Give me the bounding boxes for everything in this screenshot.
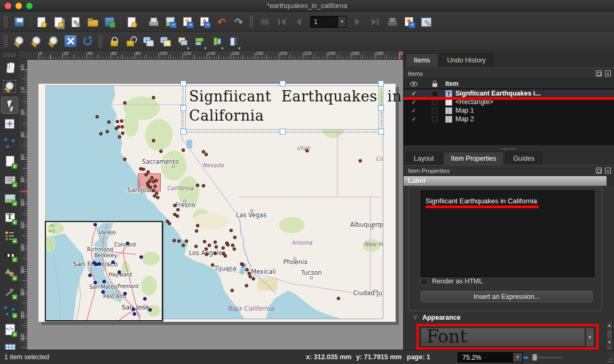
tab-undo-history[interactable]: Undo History [439, 53, 494, 67]
map2-inset-item[interactable]: neoryVallejoConcordRichmondBerkeleySan F… [45, 221, 163, 321]
close-panel-icon[interactable] [605, 168, 611, 173]
zoom-level-combo[interactable]: 75.2% ▼ [458, 352, 523, 362]
lock-checkbox[interactable] [424, 116, 445, 122]
raise-items-button[interactable]: ▼ [174, 33, 190, 49]
scroll-down-icon[interactable]: ▼ [607, 338, 612, 346]
add-page-tool[interactable]: + [1, 153, 18, 170]
visibility-checkbox[interactable]: ✓ [404, 90, 424, 97]
toolbar-grip[interactable] [98, 35, 103, 48]
export-pdf-button[interactable] [196, 14, 212, 30]
save-project-button[interactable] [11, 14, 27, 30]
visibility-checkbox[interactable]: ✓ [404, 107, 424, 114]
tab-guides[interactable]: Guides [505, 152, 542, 165]
horizontal-ruler[interactable]: 0204060801001201401601802002202402602803… [27, 51, 403, 60]
resize-handle-e[interactable] [378, 105, 384, 111]
add-scalebar-tool[interactable]: + [1, 246, 18, 263]
export-image-button[interactable] [162, 14, 178, 30]
lock-items-button[interactable] [106, 33, 122, 49]
edit-nodes-tool[interactable] [1, 134, 18, 151]
chevron-down-icon[interactable]: ▼ [513, 353, 522, 362]
print-layout-button[interactable] [145, 14, 161, 30]
add-arrow-tool[interactable]: + [1, 283, 18, 300]
vertical-scrollbar[interactable]: ▲ ▼ [606, 321, 613, 347]
tab-item-properties[interactable]: Item Properties [443, 152, 505, 165]
insert-expression-button[interactable]: Insert an Expression... [421, 291, 593, 302]
title-label-item[interactable]: Signfiicant Earthquakes in California [185, 85, 379, 130]
zoom-tool[interactable] [1, 78, 18, 95]
float-panel-icon[interactable] [596, 70, 602, 76]
resize-handle-s[interactable] [280, 129, 286, 134]
redo-button[interactable]: ↷ [231, 14, 247, 30]
zoom-slider-handle[interactable] [532, 354, 537, 361]
atlas-page-combo[interactable]: 1▼ [310, 16, 347, 28]
tab-layout[interactable]: Layout [406, 152, 442, 165]
float-panel-icon[interactable] [596, 168, 602, 173]
previous-feature-button[interactable] [291, 14, 307, 30]
zoom-slider[interactable] [531, 357, 562, 358]
last-feature-button[interactable] [367, 14, 383, 30]
add-node-item-tool[interactable]: + [1, 302, 18, 319]
add-label-tool[interactable]: T+ [1, 209, 18, 226]
export-svg-button[interactable] [179, 14, 195, 30]
visibility-checkbox[interactable]: ✓ [404, 116, 424, 123]
pan-tool[interactable] [1, 59, 18, 76]
add-picture-tool[interactable]: + [1, 190, 18, 207]
resize-items-button[interactable]: ▼ [225, 33, 241, 49]
items-tree-row[interactable]: ✓Map 2 [404, 115, 614, 123]
panel-splitter[interactable]: •••••• [404, 146, 614, 151]
resize-handle-n[interactable] [280, 81, 286, 86]
zoom-full-button[interactable] [62, 33, 78, 49]
first-feature-button[interactable] [274, 14, 290, 30]
layout-manager-button[interactable] [67, 14, 83, 30]
vertical-ruler[interactable]: -20020406080100120140160180200220 [19, 60, 27, 350]
add-shape-tool[interactable]: + [1, 265, 18, 282]
label-text-area[interactable]: Signfiicant Earthquakes in California [421, 191, 594, 277]
render-html-checkbox[interactable] [421, 278, 428, 285]
add-html-tool[interactable]: </>+ [1, 321, 18, 338]
new-report-button[interactable] [123, 14, 139, 30]
lock-checkbox[interactable] [424, 91, 445, 97]
add-legend-tool[interactable]: + [1, 227, 18, 244]
zoom-out-button[interactable]: − [28, 33, 44, 49]
move-item-content-tool[interactable] [1, 115, 18, 132]
layout-canvas[interactable]: CaliforniaNevadaUtahArizonaNew MCoBaja C… [27, 60, 403, 350]
undo-button[interactable]: ↶ [214, 14, 230, 30]
toolbar-grip[interactable] [249, 15, 254, 28]
print-atlas-button[interactable] [384, 14, 400, 30]
zoom-actual-button[interactable]: 1:1 [45, 33, 61, 49]
items-tree-row[interactable]: ✓TSignfiicant Earthquakes i... [404, 89, 614, 98]
export-atlas-button[interactable] [401, 14, 417, 30]
preview-atlas-button[interactable] [257, 14, 273, 30]
add-items-from-template-button[interactable] [84, 14, 100, 30]
next-feature-button[interactable] [350, 14, 366, 30]
add-map-tool[interactable]: + [1, 171, 18, 188]
group-items-button[interactable] [140, 33, 156, 49]
resize-handle-sw[interactable] [180, 129, 186, 134]
distribute-items-button[interactable]: ▼ [208, 33, 224, 49]
resize-handle-se[interactable] [378, 129, 384, 134]
close-panel-icon[interactable] [605, 70, 611, 76]
atlas-settings-button[interactable] [418, 14, 434, 30]
appearance-section[interactable]: ▽ Appearance [413, 314, 460, 321]
new-layout-button[interactable] [33, 14, 49, 30]
lock-checkbox[interactable] [424, 99, 445, 105]
window-resize-grip[interactable] [605, 355, 613, 363]
toolbar-grip[interactable] [4, 35, 9, 48]
resize-handle-ne[interactable] [378, 81, 384, 86]
chevron-down-icon[interactable]: ▼ [337, 17, 346, 27]
refresh-view-button[interactable] [80, 33, 96, 49]
scroll-up-icon[interactable]: ▲ [607, 321, 612, 329]
save-as-template-button[interactable] [101, 14, 117, 30]
resize-handle-w[interactable] [180, 105, 186, 111]
select-move-tool[interactable] [1, 97, 18, 114]
duplicate-layout-button[interactable] [50, 14, 66, 30]
unlock-items-button[interactable] [123, 33, 139, 49]
resize-handle-nw[interactable] [180, 81, 186, 86]
align-items-button[interactable]: ▼ [191, 33, 207, 49]
items-tree-row[interactable]: ✓Map 1 [404, 106, 614, 115]
lock-checkbox[interactable] [424, 108, 445, 114]
zoom-in-button[interactable]: + [11, 33, 27, 49]
toolbar-grip[interactable] [4, 15, 9, 28]
toolbar-grip[interactable] [3, 53, 16, 58]
tab-items[interactable]: Items [406, 53, 438, 67]
